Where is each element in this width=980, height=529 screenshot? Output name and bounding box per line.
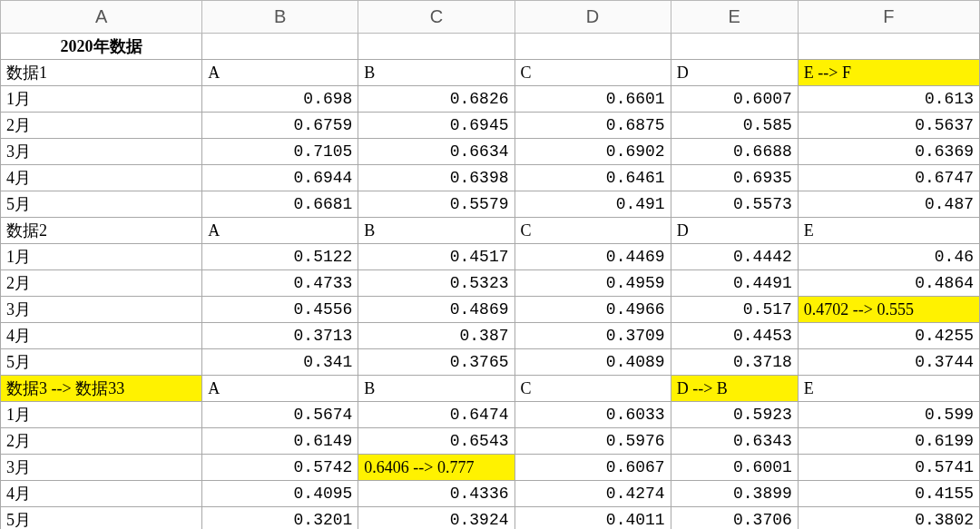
cell[interactable]: 0.698 bbox=[202, 86, 358, 113]
cell[interactable]: 5月 bbox=[1, 507, 202, 530]
cell[interactable]: 0.6461 bbox=[514, 165, 671, 191]
col-header-e[interactable]: E bbox=[671, 1, 798, 34]
cell[interactable]: 0.3924 bbox=[358, 507, 514, 530]
col-header-b[interactable]: B bbox=[202, 1, 358, 34]
cell[interactable]: A bbox=[202, 218, 358, 244]
cell[interactable]: 0.6543 bbox=[358, 428, 514, 455]
cell[interactable]: 0.4469 bbox=[514, 244, 671, 270]
cell[interactable]: B bbox=[358, 60, 514, 86]
cell[interactable]: 0.6601 bbox=[514, 86, 671, 113]
cell[interactable]: 0.599 bbox=[798, 402, 979, 428]
cell[interactable]: D bbox=[671, 218, 798, 244]
cell[interactable]: C bbox=[514, 218, 671, 244]
cell[interactable]: D bbox=[671, 60, 798, 86]
cell[interactable]: 0.6688 bbox=[671, 139, 798, 165]
cell[interactable]: 0.387 bbox=[358, 323, 514, 349]
cell[interactable]: 0.6634 bbox=[358, 139, 514, 165]
cell[interactable]: 0.4702 --> 0.555 bbox=[798, 297, 979, 323]
cell[interactable]: 0.4517 bbox=[358, 244, 514, 270]
cell[interactable]: 0.6199 bbox=[798, 428, 979, 455]
cell[interactable]: 4月 bbox=[1, 165, 202, 191]
cell[interactable]: 0.3802 bbox=[798, 507, 979, 530]
cell[interactable]: 0.613 bbox=[798, 86, 979, 113]
cell[interactable]: 2月 bbox=[1, 428, 202, 455]
cell[interactable]: 0.5742 bbox=[202, 455, 358, 481]
cell[interactable] bbox=[798, 34, 979, 60]
cell[interactable]: 0.5741 bbox=[798, 455, 979, 481]
cell[interactable] bbox=[358, 34, 514, 60]
cell[interactable]: 1月 bbox=[1, 402, 202, 428]
cell[interactable]: 0.3201 bbox=[202, 507, 358, 530]
cell[interactable]: 0.5579 bbox=[358, 191, 514, 218]
cell[interactable]: 0.487 bbox=[798, 191, 979, 218]
col-header-a[interactable]: A bbox=[1, 1, 202, 34]
cell[interactable]: A bbox=[202, 376, 358, 402]
cell[interactable]: B bbox=[358, 376, 514, 402]
cell[interactable]: 0.3709 bbox=[514, 323, 671, 349]
cell[interactable]: 0.4336 bbox=[358, 481, 514, 507]
cell[interactable]: 0.6944 bbox=[202, 165, 358, 191]
cell[interactable]: D --> B bbox=[671, 376, 798, 402]
cell[interactable]: 0.4864 bbox=[798, 270, 979, 297]
cell[interactable]: 0.6875 bbox=[514, 113, 671, 139]
cell[interactable]: E bbox=[798, 218, 979, 244]
cell[interactable]: 0.3744 bbox=[798, 349, 979, 376]
cell[interactable]: 1月 bbox=[1, 244, 202, 270]
cell[interactable]: 0.7105 bbox=[202, 139, 358, 165]
cell[interactable]: 5月 bbox=[1, 349, 202, 376]
cell[interactable]: 1月 bbox=[1, 86, 202, 113]
cell[interactable]: 4月 bbox=[1, 323, 202, 349]
cell[interactable]: 0.4255 bbox=[798, 323, 979, 349]
cell[interactable] bbox=[514, 34, 671, 60]
cell[interactable]: 0.4959 bbox=[514, 270, 671, 297]
cell[interactable]: 2月 bbox=[1, 113, 202, 139]
cell[interactable]: 0.6343 bbox=[671, 428, 798, 455]
cell[interactable]: 0.4556 bbox=[202, 297, 358, 323]
cell[interactable]: 0.6474 bbox=[358, 402, 514, 428]
cell[interactable]: 0.5323 bbox=[358, 270, 514, 297]
cell[interactable]: 0.5122 bbox=[202, 244, 358, 270]
cell[interactable]: 0.3718 bbox=[671, 349, 798, 376]
cell[interactable]: E --> F bbox=[798, 60, 979, 86]
cell[interactable]: 0.5637 bbox=[798, 113, 979, 139]
cell[interactable]: C bbox=[514, 60, 671, 86]
cell[interactable]: 0.4453 bbox=[671, 323, 798, 349]
cell[interactable]: 数据3 --> 数据33 bbox=[1, 376, 202, 402]
cell[interactable]: 0.6681 bbox=[202, 191, 358, 218]
cell[interactable]: 3月 bbox=[1, 455, 202, 481]
cell[interactable]: 0.5674 bbox=[202, 402, 358, 428]
cell[interactable]: B bbox=[358, 218, 514, 244]
cell[interactable]: 0.4869 bbox=[358, 297, 514, 323]
cell[interactable]: 0.6067 bbox=[514, 455, 671, 481]
cell[interactable]: 0.6747 bbox=[798, 165, 979, 191]
spreadsheet-grid[interactable]: A B C D E F 2020年数据数据1ABCDE --> F1月0.698… bbox=[0, 0, 980, 529]
cell[interactable]: 0.6149 bbox=[202, 428, 358, 455]
cell[interactable]: 0.585 bbox=[671, 113, 798, 139]
cell[interactable]: 2020年数据 bbox=[1, 34, 202, 60]
cell[interactable]: 0.4011 bbox=[514, 507, 671, 530]
cell[interactable]: 3月 bbox=[1, 297, 202, 323]
cell[interactable]: 5月 bbox=[1, 191, 202, 218]
cell[interactable]: 2月 bbox=[1, 270, 202, 297]
cell[interactable] bbox=[202, 34, 358, 60]
cell[interactable]: 0.3899 bbox=[671, 481, 798, 507]
cell[interactable]: 0.6398 bbox=[358, 165, 514, 191]
cell[interactable]: 0.5923 bbox=[671, 402, 798, 428]
cell[interactable]: 0.5976 bbox=[514, 428, 671, 455]
cell[interactable]: 0.3765 bbox=[358, 349, 514, 376]
cell[interactable]: 0.3713 bbox=[202, 323, 358, 349]
cell[interactable]: 0.4155 bbox=[798, 481, 979, 507]
cell[interactable]: 0.4733 bbox=[202, 270, 358, 297]
cell[interactable]: 0.6759 bbox=[202, 113, 358, 139]
cell[interactable]: 0.4442 bbox=[671, 244, 798, 270]
cell[interactable]: 0.6007 bbox=[671, 86, 798, 113]
cell[interactable]: 0.6945 bbox=[358, 113, 514, 139]
cell[interactable]: 0.6369 bbox=[798, 139, 979, 165]
cell[interactable]: E bbox=[798, 376, 979, 402]
col-header-c[interactable]: C bbox=[358, 1, 514, 34]
cell[interactable]: 0.5573 bbox=[671, 191, 798, 218]
col-header-d[interactable]: D bbox=[514, 1, 671, 34]
cell[interactable]: 0.6826 bbox=[358, 86, 514, 113]
cell[interactable] bbox=[671, 34, 798, 60]
cell[interactable]: A bbox=[202, 60, 358, 86]
